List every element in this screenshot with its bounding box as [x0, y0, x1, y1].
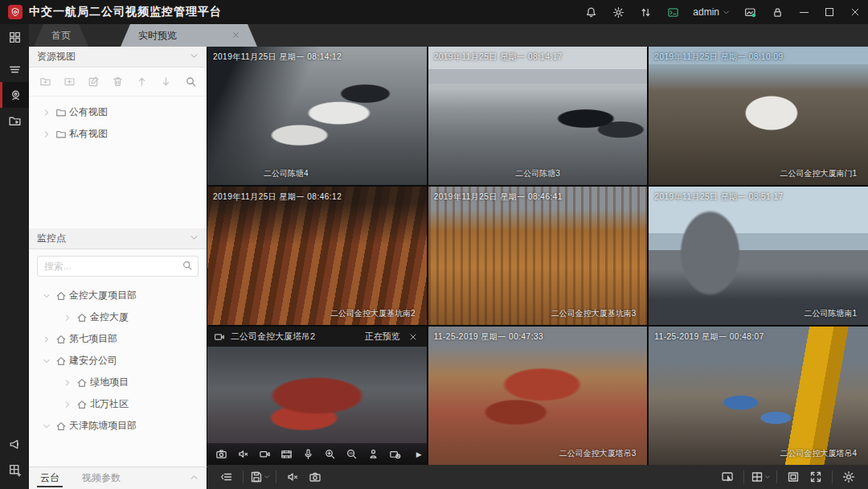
tree-node-project[interactable]: 北万社区: [29, 393, 207, 415]
terminal-icon[interactable]: [659, 0, 686, 24]
expander-icon[interactable]: [40, 335, 53, 343]
search-input[interactable]: [37, 256, 199, 277]
expander-icon[interactable]: [61, 314, 74, 322]
tree-node-project[interactable]: 绿地项目: [29, 372, 207, 393]
video-cell-1[interactable]: 2019年11月25日 星期一 08:14:12 二公司陈塘4: [207, 47, 427, 185]
edit-icon[interactable]: [84, 72, 103, 92]
tree-node-project[interactable]: 建安分公司: [29, 350, 207, 372]
fullscreen-icon[interactable]: [805, 466, 827, 488]
video-caption: 二公司陈塘南1: [649, 308, 868, 319]
mic-icon[interactable]: [299, 446, 317, 463]
video-caption: 二公司金控大厦南门1: [649, 168, 868, 179]
webcam-icon[interactable]: [0, 82, 29, 108]
tree-node-label: 私有视图: [69, 127, 108, 141]
snapshot-icon[interactable]: [212, 446, 230, 463]
more-arrow-icon[interactable]: ▶: [416, 450, 422, 458]
collapse-list-icon[interactable]: [215, 466, 238, 488]
tab-close-icon[interactable]: [211, 30, 240, 41]
gear-icon[interactable]: [604, 0, 632, 24]
expander-icon[interactable]: [61, 401, 74, 409]
video-cell-3[interactable]: 2019年11月25日 星期一 08:10:09 二公司金控大厦南门1: [649, 47, 868, 185]
settings-gear-icon[interactable]: [837, 466, 860, 488]
video-cell-7-selected[interactable]: 二公司金控大厦塔吊2 正在预览: [207, 327, 427, 465]
tree-node-project[interactable]: 金控大厦项目部: [29, 285, 207, 306]
expander-icon[interactable]: [40, 292, 53, 300]
expander-icon[interactable]: [61, 379, 74, 387]
video-caption: 二公司金控大厦塔吊4: [649, 448, 868, 459]
audio-muted-icon[interactable]: [234, 446, 252, 463]
delete-icon[interactable]: [108, 72, 127, 92]
minimize-button[interactable]: [791, 0, 817, 24]
bell-icon[interactable]: [577, 0, 604, 24]
expander-icon[interactable]: [40, 422, 53, 430]
media-folder-icon[interactable]: [0, 108, 29, 134]
camera-feed-icon: [214, 331, 225, 343]
sort-arrows-icon[interactable]: [632, 0, 659, 24]
screen-select-icon[interactable]: [716, 466, 739, 488]
apps-grid-icon[interactable]: [0, 24, 29, 50]
expander-icon[interactable]: [40, 109, 53, 117]
divider: [832, 471, 833, 483]
expander-icon[interactable]: [40, 130, 53, 138]
tree-node-label: 金控大厦: [90, 310, 129, 324]
video-cell-6[interactable]: 2019年11月25日 星期一 08:51:17 二公司陈塘南1: [649, 187, 868, 325]
tree-node-private-views[interactable]: 私有视图: [29, 123, 207, 145]
tab-live-preview[interactable]: 实时预览: [121, 24, 257, 47]
tab-ptz[interactable]: 云台: [29, 467, 71, 489]
video-cell-9[interactable]: 11-25-2019 星期一 00:48:07 二公司金控大厦塔吊4: [649, 327, 868, 465]
image-status-icon[interactable]: [736, 0, 764, 24]
tab-video-params[interactable]: 视频参数: [71, 467, 132, 489]
maximize-button[interactable]: [817, 0, 842, 24]
close-icon[interactable]: [406, 333, 420, 341]
zoom-3d-icon[interactable]: 3D: [342, 446, 360, 463]
video-cell-2[interactable]: 2019年11月25日 星期一 08:14:17 二公司陈塘3: [428, 47, 648, 185]
tab-home[interactable]: 首页: [34, 24, 88, 47]
single-view-icon[interactable]: [782, 466, 805, 488]
move-down-icon[interactable]: [156, 72, 175, 92]
search-icon[interactable]: [181, 72, 200, 92]
save-view-icon[interactable]: [59, 72, 79, 92]
timed-snapshot-icon[interactable]: [386, 446, 403, 463]
lock-icon[interactable]: [764, 0, 791, 24]
search-icon[interactable]: [182, 260, 193, 274]
app-title: 中交一航局二公司视频监控管理平台: [29, 5, 222, 19]
topbar: 中交一航局二公司视频监控管理平台 admin: [0, 0, 868, 24]
audio-muted-icon[interactable]: [281, 466, 304, 488]
tree-node-project[interactable]: 第七项目部: [29, 328, 207, 350]
user-menu[interactable]: admin: [686, 6, 736, 18]
playback-icon[interactable]: [277, 446, 295, 463]
close-button[interactable]: [842, 0, 868, 24]
resource-view-header[interactable]: 资源视图: [29, 47, 207, 68]
tree-node-project[interactable]: 金控大厦: [29, 306, 207, 328]
video-grid: 2019年11月25日 星期一 08:14:12 二公司陈塘4 2019年11月…: [207, 47, 868, 465]
tree-node-project[interactable]: 天津陈塘项目部: [29, 415, 207, 437]
menu-lines-icon[interactable]: [0, 56, 29, 82]
zoom-in-icon[interactable]: [321, 446, 338, 463]
record-icon[interactable]: [256, 446, 273, 463]
save-icon[interactable]: [248, 466, 271, 488]
chevron-down-icon[interactable]: [264, 474, 270, 480]
chevron-down-icon[interactable]: [764, 474, 771, 480]
grid-add-icon[interactable]: [0, 457, 29, 483]
video-cell-8[interactable]: 11-25-2019 星期一 00:47:33 二公司金控大厦塔吊3: [428, 327, 648, 465]
tab-video-params-label: 视频参数: [82, 471, 121, 485]
tree-node-label: 天津陈塘项目部: [69, 419, 137, 433]
divider: [276, 471, 276, 483]
announce-icon[interactable]: [0, 431, 29, 457]
add-view-icon[interactable]: [35, 72, 55, 92]
person-locate-icon[interactable]: [364, 446, 382, 463]
snapshot-icon[interactable]: [304, 466, 326, 488]
expander-icon[interactable]: [40, 357, 53, 365]
chevron-up-icon[interactable]: [190, 473, 199, 484]
folder-icon: [53, 129, 69, 140]
video-cell-4[interactable]: 2019年11月25日 星期一 08:46:12 二公司金控大厦基坑南2: [207, 187, 427, 325]
tree-node-label: 绿地项目: [90, 376, 129, 389]
resource-toolbar: [29, 68, 207, 97]
video-cell-5[interactable]: 2019年11月25日 星期一 08:46:41 二公司金控大厦基坑南3: [428, 187, 648, 325]
tree-node-public-views[interactable]: 公有视图: [29, 101, 207, 123]
monitor-points-header[interactable]: 监控点: [29, 228, 207, 249]
divider: [243, 471, 244, 483]
monitor-search: [37, 256, 199, 277]
move-up-icon[interactable]: [132, 72, 151, 92]
grid-layout-icon[interactable]: [749, 466, 772, 488]
